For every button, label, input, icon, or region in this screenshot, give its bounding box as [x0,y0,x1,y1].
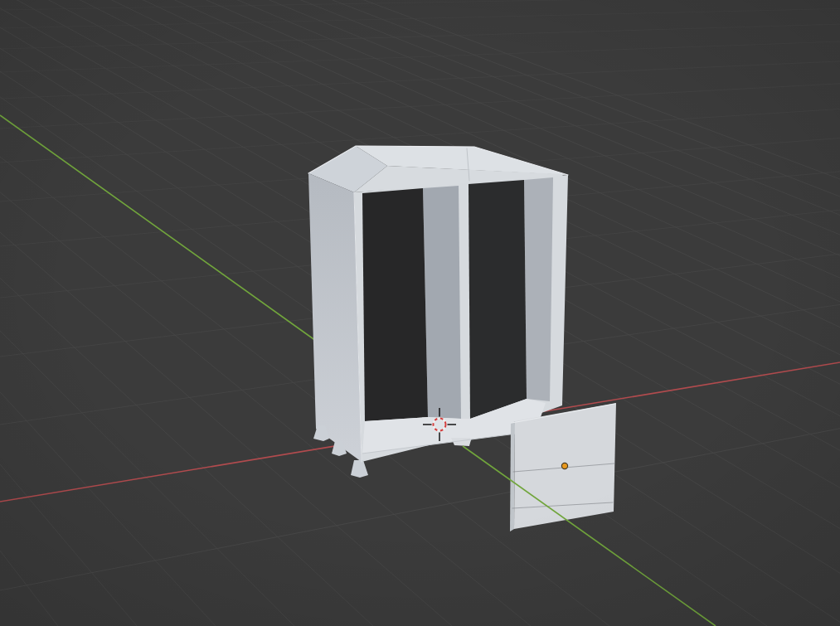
cabinet-bay-opening-right[interactable] [469,180,527,419]
cabinet-foot[interactable] [351,460,368,478]
door-panel-edge-face[interactable] [510,421,515,531]
grid-line-x-parallel [0,0,840,10]
3d-viewport[interactable] [0,0,840,626]
cabinet-left-side-face[interactable] [308,173,362,462]
cabinet-divider-side-face[interactable] [423,186,461,419]
cabinet-right-inner-side-face[interactable] [524,177,553,401]
grid-line-x-parallel [0,41,840,72]
cabinet-bay-opening-left[interactable] [362,188,428,421]
grid-line-x-parallel [0,8,840,28]
grid-line-x-parallel [0,24,840,49]
grid-line-x-parallel [0,429,840,590]
grid-line-x-parallel [0,84,840,129]
grid-line-y-parallel [0,0,58,626]
y-axis-line [0,115,316,341]
object-origin-dot[interactable] [561,463,567,468]
viewport-canvas[interactable] [0,0,840,626]
